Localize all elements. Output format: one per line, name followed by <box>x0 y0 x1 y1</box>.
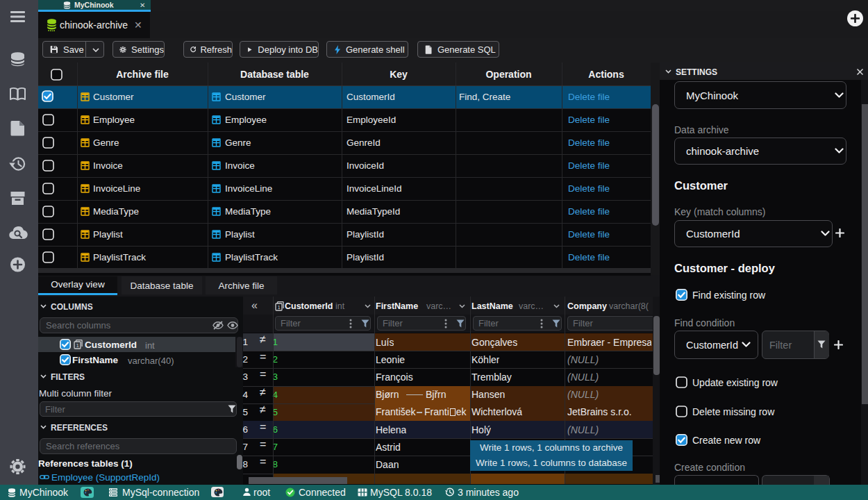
svg-text:1: 1 <box>277 304 281 310</box>
svg-text:1: 1 <box>76 342 79 349</box>
